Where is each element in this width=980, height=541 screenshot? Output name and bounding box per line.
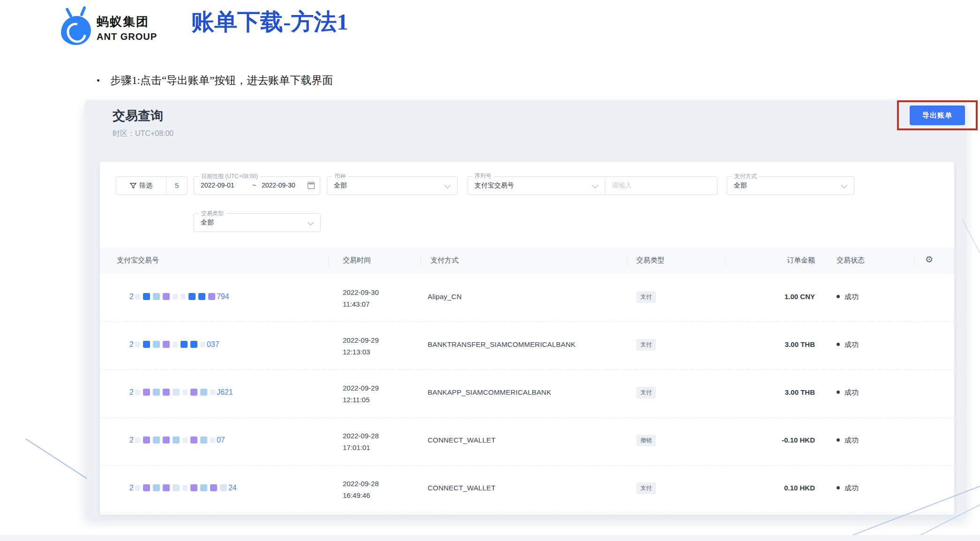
transaction-type: 支付 <box>636 482 656 494</box>
redaction-block <box>153 341 160 348</box>
date-start-value[interactable]: 2022-09-01 <box>201 181 234 189</box>
date-separator: ~ <box>252 181 256 189</box>
redaction-block <box>143 436 150 443</box>
transaction-id-link[interactable]: 224 <box>129 484 237 492</box>
redaction-block <box>153 484 160 491</box>
redaction-block <box>220 484 227 491</box>
transaction-time: 2022-09-2816:49:46 <box>343 478 379 501</box>
currency-select[interactable]: 币种 全部 <box>327 176 458 195</box>
redaction-block <box>200 342 205 347</box>
type-badge: 支付 <box>636 291 656 303</box>
col-header-method: 支付方式 <box>430 256 459 265</box>
serial-placeholder: 请输入 <box>612 181 632 190</box>
redaction-block <box>143 389 150 396</box>
payment-method: CONNECT_WALLET <box>428 436 496 444</box>
status-dot-icon <box>837 343 840 346</box>
redaction-block <box>135 342 140 347</box>
slide: 蚂蚁集团 ANT GROUP 账单下载-方法1 •步骤1:点击“导出账单”按钮，… <box>0 0 980 541</box>
redaction-block <box>143 341 150 348</box>
filter-count[interactable]: 5 <box>166 177 187 195</box>
redaction-block <box>198 293 205 300</box>
redaction-block <box>200 436 207 443</box>
date-end-value[interactable]: 2022-09-30 <box>262 181 295 189</box>
redaction-block <box>190 484 197 491</box>
column-settings-gear-icon[interactable]: ⚙ <box>925 254 933 265</box>
transaction-status: 成功 <box>837 484 859 493</box>
type-badge: 支付 <box>636 339 656 351</box>
table-row: 2037 2022-09-2912:13:03 BANKTRANSFER_SIA… <box>100 322 954 370</box>
redaction-block <box>190 341 197 348</box>
app-page-title: 交易查询 <box>113 107 163 124</box>
redaction-block <box>188 293 196 300</box>
table-header: 支付宝交易号 交易时间 支付方式 交易类型 订单金额 交易状态 ⚙ <box>100 248 954 274</box>
transaction-time: 2022-09-2817:01:01 <box>343 430 379 453</box>
transaction-id-link[interactable]: 207 <box>129 436 225 444</box>
step-text: 步骤1:点击“导出账单”按钮，进去账单下载界面 <box>110 75 333 86</box>
status-dot-icon <box>837 295 840 298</box>
redaction-block <box>200 484 207 491</box>
col-header-status: 交易状态 <box>837 256 865 265</box>
col-header-type: 交易类型 <box>636 256 664 265</box>
serial-field-group: 序列号 支付宝交易号 请输入 <box>467 176 717 195</box>
app-screenshot-panel: 交易查询 时区：UTC+08:00 导出账单 筛选 5 日期范围 (UTC+08… <box>84 100 967 518</box>
transaction-time: 2022-09-3011:43:07 <box>343 286 379 310</box>
redaction-block <box>210 437 215 443</box>
redaction-block <box>182 485 188 491</box>
redaction-block <box>190 436 197 443</box>
order-amount: 3.00 THB <box>785 340 815 348</box>
logo-name-cn: 蚂蚁集团 <box>97 14 157 30</box>
redaction-block <box>163 341 170 348</box>
table-row: 224 2022-09-2816:49:46 CONNECT_WALLET 支付… <box>100 466 954 513</box>
status-dot-icon <box>837 391 840 394</box>
txn-type-label: 交易类型 <box>199 210 226 218</box>
redaction-block <box>173 294 178 300</box>
highlight-annotation-box: 导出账单 <box>897 100 978 130</box>
transaction-type: 支付 <box>636 291 656 303</box>
date-range-label: 日期范围 (UTC+08:00) <box>199 173 260 180</box>
filter-toggle-button[interactable]: 筛选 5 <box>116 176 188 195</box>
serial-type-value: 支付宝交易号 <box>475 181 514 190</box>
pay-method-label: 支付方式 <box>732 173 759 180</box>
date-range-field[interactable]: 日期范围 (UTC+08:00) 2022-09-01 ~ 2022-09-30 <box>194 176 320 195</box>
calendar-icon[interactable] <box>308 182 315 189</box>
redaction-block <box>153 293 160 300</box>
transaction-id-link[interactable]: 2037 <box>129 340 219 349</box>
transaction-status: 成功 <box>837 388 859 397</box>
redaction-block <box>190 389 197 396</box>
transaction-id-link[interactable]: 2J621 <box>129 388 233 397</box>
bottom-strip <box>0 535 980 541</box>
serial-input[interactable]: 请输入 <box>605 176 717 195</box>
pay-method-select[interactable]: 支付方式 全部 <box>727 176 854 195</box>
redaction-block <box>153 436 160 443</box>
redaction-block <box>163 389 170 396</box>
txn-type-select[interactable]: 交易类型 全部 <box>194 213 321 232</box>
query-card: 筛选 5 日期范围 (UTC+08:00) 2022-09-01 ~ 2022-… <box>100 162 954 515</box>
table-row: 2J621 2022-09-2912:11:05 BANKAPP_SIAMCOM… <box>100 370 954 418</box>
type-badge: 支付 <box>636 482 656 494</box>
table-row: 2794 2022-09-3011:43:07 Alipay_CN 支付 1.0… <box>100 274 954 322</box>
redaction-block <box>143 293 150 300</box>
col-header-amount: 订单金额 <box>787 256 815 265</box>
funnel-icon <box>130 182 136 189</box>
payment-method: CONNECT_WALLET <box>428 484 496 492</box>
redaction-block <box>163 436 170 443</box>
redaction-block <box>135 390 140 395</box>
redaction-block <box>182 390 188 395</box>
redaction-block <box>143 484 150 491</box>
decorative-line <box>25 438 87 479</box>
chevron-down-icon <box>592 182 598 188</box>
col-header-time: 交易时间 <box>343 256 371 265</box>
redaction-block <box>153 389 160 396</box>
slide-title: 账单下载-方法1 <box>191 7 348 38</box>
chevron-down-icon <box>445 182 451 188</box>
redaction-block <box>163 293 170 300</box>
transaction-status: 成功 <box>837 436 859 445</box>
transaction-id-link[interactable]: 2794 <box>129 293 229 301</box>
logo-text: 蚂蚁集团 ANT GROUP <box>97 14 157 42</box>
redaction-block <box>181 294 186 300</box>
redaction-block <box>210 390 215 395</box>
export-bill-button[interactable]: 导出账单 <box>910 105 965 125</box>
logo-name-en: ANT GROUP <box>97 31 157 42</box>
currency-label: 币种 <box>332 173 348 180</box>
payment-method: BANKTRANSFER_SIAMCOMMERICALBANK <box>428 340 575 348</box>
